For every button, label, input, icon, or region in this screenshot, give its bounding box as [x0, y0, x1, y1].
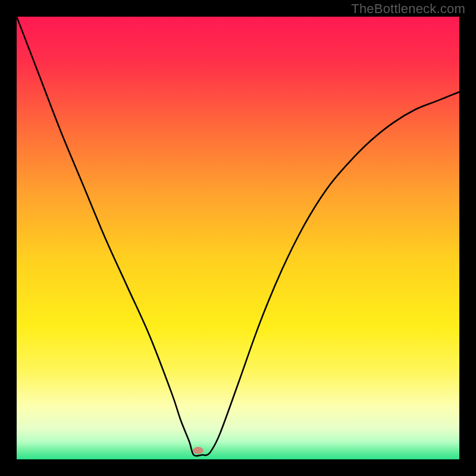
gradient-background: [17, 17, 459, 459]
plot-area: [17, 17, 459, 459]
chart-frame: TheBottleneck.com: [0, 0, 476, 476]
watermark-text: TheBottleneck.com: [351, 1, 465, 17]
chart-svg: [17, 17, 459, 459]
optimal-marker: [193, 447, 203, 454]
